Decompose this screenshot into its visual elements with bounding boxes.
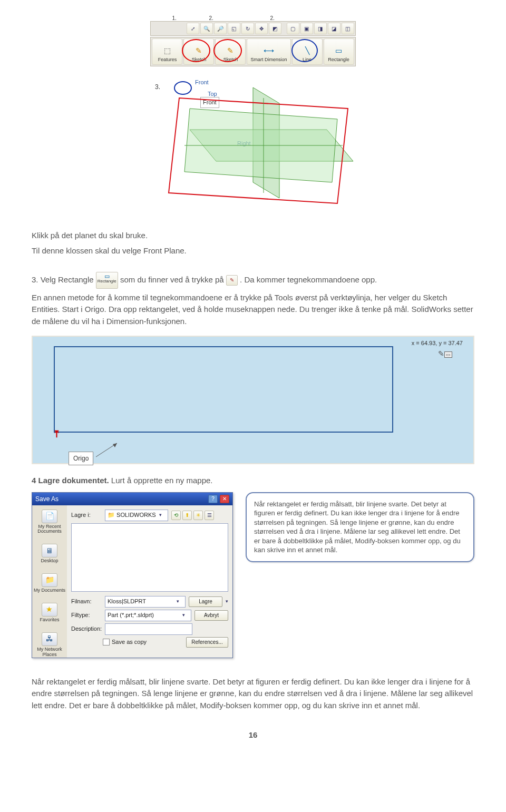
filnavn-value: Kloss|SLDPRT <box>108 597 146 606</box>
origin-marker: ⤒ <box>53 427 61 442</box>
save-as-copy-checkbox: Save as copy <box>103 638 147 647</box>
sidebar-favorites: ★Favorites <box>40 603 59 623</box>
filtype-field: Part (*.prt;*.sldprt)▾ <box>105 610 191 621</box>
sidebar-recent-label: My Recent Documents <box>32 524 67 535</box>
coordinate-readout: x = 64.93, y = 37.47 <box>412 339 463 348</box>
intro-p2: Til denne klossen skal du velge Front Pl… <box>32 245 474 257</box>
rotate-icon: ↻ <box>241 23 254 34</box>
toolbar-main-row: ⬚Features ✎Sketch ✎Sketch ⟷Smart Dimensi… <box>150 37 355 66</box>
save-as-copy-label: Save as copy <box>112 638 147 647</box>
view-icon: ☰ <box>205 511 214 520</box>
shaded-edges-icon: ◨ <box>314 23 327 34</box>
page-number: 16 <box>32 729 474 741</box>
references-button: References... <box>186 637 228 648</box>
description-field <box>105 623 192 635</box>
help-icon: ? <box>208 495 218 503</box>
sidebar-network-label: My Network Places <box>32 647 67 658</box>
chevron-down-icon: ▾ <box>226 598 228 605</box>
sidebar-recent: 📄My Recent Documents <box>32 510 67 535</box>
save-row: Save As ?✕ 📄My Recent Documents 🖥Desktop… <box>32 492 474 658</box>
intro-p3b: som du finner ved å trykke på <box>120 275 226 283</box>
sidebar-mydocs: 📁My Documents <box>34 573 65 593</box>
lagre-button: Lagre <box>189 596 222 607</box>
save-sidebar: 📄My Recent Documents 🖥Desktop 📁My Docume… <box>32 505 67 658</box>
toolbar-icons-row: ⤢ 🔍 🔎 ◱ ↻ ✥ ◩ ▢ ▣ ◨ ◪ ◫ 1. 2. 2. <box>150 21 355 36</box>
filtype-label: Filtype: <box>71 611 102 620</box>
planes-illustration: 3. Front Top Front Right <box>32 77 474 214</box>
sketch-button-2: ✎Sketch <box>215 38 246 65</box>
nav-buttons: ⟲ ⬆ ✳ ☰ <box>171 511 214 520</box>
sketch-label-2: Sketch <box>223 56 238 64</box>
recent-icon: 📄 <box>42 510 57 523</box>
filnavn-field: Kloss|SLDPRT▾ <box>105 596 186 608</box>
folder-name: SOLIDWORKS <box>116 512 156 518</box>
newfolder-icon: ✳ <box>193 511 203 520</box>
filnavn-label: Filnavn: <box>71 597 102 606</box>
zoom-in-icon: 🔍 <box>200 23 213 34</box>
planes-svg <box>142 77 364 214</box>
sketch-icon-2: ✎ <box>225 46 236 56</box>
chevron-down-icon: ▾ <box>182 612 189 619</box>
toolbar-screenshot: ⤢ 🔍 🔎 ◱ ↻ ✥ ◩ ▢ ▣ ◨ ◪ ◫ 1. 2. 2. ⬚Featur… <box>32 21 474 66</box>
intro-p4: En annen metode for å komme til tegnekom… <box>32 292 474 328</box>
zoom-out-icon: 🔎 <box>214 23 227 34</box>
save-title-text: Save As <box>35 494 59 504</box>
intro-p3a: 3. Velg Rectangle <box>32 275 96 283</box>
intro-p1: Klikk på det planet du skal bruke. <box>32 230 474 242</box>
file-list <box>71 523 228 592</box>
line-button: ╲Line <box>292 38 323 65</box>
zoom-window-icon: ◱ <box>228 23 240 34</box>
rectangle-icon: ▭ <box>334 46 344 56</box>
marker-2b: 2. <box>270 14 274 22</box>
shadow-icon: ◫ <box>342 23 354 34</box>
up-icon: ⬆ <box>182 511 192 520</box>
tip-box: Når rektangelet er ferdig målsatt, blir … <box>246 492 474 562</box>
marker-1: 1. <box>172 14 176 22</box>
lagre-i-label: Lagre i: <box>71 511 102 520</box>
sidebar-desktop: 🖥Desktop <box>41 544 58 564</box>
marker-2: 2. <box>209 14 213 22</box>
footer-paragraph: Når rektangelet er ferdig målsatt, blir … <box>32 676 474 712</box>
features-button: ⬚Features <box>152 38 182 65</box>
intro-p3c: . Da kommer tegnekommandoene opp. <box>240 275 377 283</box>
sketch-rectangle <box>54 346 393 433</box>
save-as-dialog: Save As ?✕ 📄My Recent Documents 🖥Desktop… <box>32 492 233 658</box>
desktop-icon: 🖥 <box>42 544 57 557</box>
origo-arrow-icon <box>96 440 128 461</box>
star-icon: ★ <box>42 603 57 617</box>
avbryt-button: Avbryt <box>194 610 228 621</box>
pencil-cursor-icon: ✎▭ <box>438 348 452 359</box>
chevron-down-icon: ▾ <box>177 598 183 605</box>
pan-icon: ✥ <box>255 23 268 34</box>
smart-dimension-button: ⟷Smart Dimension <box>247 38 290 65</box>
close-icon: ✕ <box>220 495 229 503</box>
sketch-small-icon: ✎ <box>226 275 238 286</box>
lagre-i-field: 📁 SOLIDWORKS▾ <box>105 510 168 521</box>
sidebar-network: 🖧My Network Places <box>32 632 67 658</box>
rectangle-button: ▭Rectangle <box>324 38 354 65</box>
features-icon: ⬚ <box>162 46 172 56</box>
shaded-icon: ◪ <box>328 23 340 34</box>
section4-a: 4 Lagre dokumentet. <box>32 476 109 485</box>
sidebar-mydocs-label: My Documents <box>34 588 65 593</box>
filtype-value: Part (*.prt;*.sldprt) <box>108 611 154 620</box>
smartdim-label: Smart Dimension <box>250 56 287 64</box>
section-icon: ◩ <box>269 23 281 34</box>
section4-b: Lurt å opprette en ny mappe. <box>109 476 213 485</box>
sketch-icon: ✎ <box>193 46 204 56</box>
folder-icon: 📁 <box>42 573 57 587</box>
chevron-down-icon: ▾ <box>159 512 166 519</box>
sketch-button: ✎Sketch <box>183 38 214 65</box>
network-icon: 🖧 <box>42 632 57 646</box>
rectangle-label: Rectangle <box>328 56 349 64</box>
rectangle-inline-icon: ▭Rectangle <box>96 272 118 289</box>
wire-icon: ▢ <box>287 23 299 34</box>
origo-label: Origo <box>69 452 93 465</box>
dimension-icon: ⟷ <box>264 46 274 56</box>
sketch-label: Sketch <box>192 56 207 64</box>
save-titlebar: Save As ?✕ <box>32 493 232 505</box>
sidebar-favorites-label: Favorites <box>40 618 59 623</box>
zoom-fit-icon: ⤢ <box>187 23 199 34</box>
intro-p3: 3. Velg Rectangle ▭Rectangle som du finn… <box>32 272 474 289</box>
features-label: Features <box>158 56 177 64</box>
